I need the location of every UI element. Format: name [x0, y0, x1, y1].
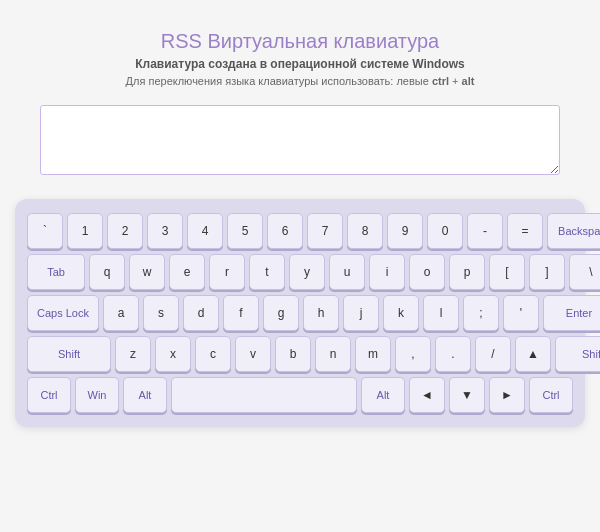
key-equals[interactable]: = — [507, 213, 543, 249]
key-6[interactable]: 6 — [267, 213, 303, 249]
key-m[interactable]: m — [355, 336, 391, 372]
keyboard-row-1: ` 1 2 3 4 5 6 7 8 9 0 - = Backspace — [27, 213, 573, 249]
key-space[interactable] — [171, 377, 357, 413]
key-shift-left[interactable]: Shift — [27, 336, 111, 372]
key-backslash[interactable]: \ — [569, 254, 600, 290]
keyboard-row-4: Shift z x c v b n m , . / ▲ Shift — [27, 336, 573, 372]
key-shift-right[interactable]: Shift — [555, 336, 600, 372]
page-title: RSS Виртуальная клавиатура — [126, 30, 475, 53]
page-subtitle: Клавиатура создана в операционной систем… — [126, 57, 475, 71]
key-down-arrow[interactable]: ▼ — [449, 377, 485, 413]
key-backtick[interactable]: ` — [27, 213, 63, 249]
key-alt-left[interactable]: Alt — [123, 377, 167, 413]
key-p[interactable]: p — [449, 254, 485, 290]
key-d[interactable]: d — [183, 295, 219, 331]
key-3[interactable]: 3 — [147, 213, 183, 249]
key-n[interactable]: n — [315, 336, 351, 372]
keyboard-row-5: Ctrl Win Alt Alt ◄ ▼ ► Ctrl — [27, 377, 573, 413]
key-f[interactable]: f — [223, 295, 259, 331]
key-win[interactable]: Win — [75, 377, 119, 413]
key-lbracket[interactable]: [ — [489, 254, 525, 290]
key-period[interactable]: . — [435, 336, 471, 372]
virtual-keyboard: ` 1 2 3 4 5 6 7 8 9 0 - = Backspace Tab … — [15, 199, 585, 427]
key-b[interactable]: b — [275, 336, 311, 372]
key-quote[interactable]: ' — [503, 295, 539, 331]
key-up-arrow[interactable]: ▲ — [515, 336, 551, 372]
key-a[interactable]: a — [103, 295, 139, 331]
key-ctrl-right[interactable]: Ctrl — [529, 377, 573, 413]
key-capslock[interactable]: Caps Lock — [27, 295, 99, 331]
key-minus[interactable]: - — [467, 213, 503, 249]
key-z[interactable]: z — [115, 336, 151, 372]
key-e[interactable]: e — [169, 254, 205, 290]
key-0[interactable]: 0 — [427, 213, 463, 249]
text-input[interactable] — [40, 105, 560, 175]
key-w[interactable]: w — [129, 254, 165, 290]
key-right-arrow[interactable]: ► — [489, 377, 525, 413]
key-j[interactable]: j — [343, 295, 379, 331]
keyboard-row-2: Tab q w e r t y u i o p [ ] \ Del — [27, 254, 573, 290]
key-9[interactable]: 9 — [387, 213, 423, 249]
key-left-arrow[interactable]: ◄ — [409, 377, 445, 413]
key-v[interactable]: v — [235, 336, 271, 372]
key-g[interactable]: g — [263, 295, 299, 331]
key-s[interactable]: s — [143, 295, 179, 331]
key-enter[interactable]: Enter — [543, 295, 600, 331]
key-k[interactable]: k — [383, 295, 419, 331]
key-x[interactable]: x — [155, 336, 191, 372]
key-8[interactable]: 8 — [347, 213, 383, 249]
key-2[interactable]: 2 — [107, 213, 143, 249]
key-y[interactable]: y — [289, 254, 325, 290]
key-semicolon[interactable]: ; — [463, 295, 499, 331]
key-o[interactable]: o — [409, 254, 445, 290]
header: RSS Виртуальная клавиатура Клавиатура со… — [126, 30, 475, 87]
key-4[interactable]: 4 — [187, 213, 223, 249]
key-rbracket[interactable]: ] — [529, 254, 565, 290]
key-h[interactable]: h — [303, 295, 339, 331]
key-i[interactable]: i — [369, 254, 405, 290]
key-slash[interactable]: / — [475, 336, 511, 372]
key-c[interactable]: c — [195, 336, 231, 372]
key-t[interactable]: t — [249, 254, 285, 290]
key-1[interactable]: 1 — [67, 213, 103, 249]
key-backspace[interactable]: Backspace — [547, 213, 600, 249]
key-l[interactable]: l — [423, 295, 459, 331]
key-u[interactable]: u — [329, 254, 365, 290]
key-alt-right[interactable]: Alt — [361, 377, 405, 413]
key-q[interactable]: q — [89, 254, 125, 290]
hint-text: Для переключения языка клавиатуры исполь… — [126, 75, 475, 87]
keyboard-row-3: Caps Lock a s d f g h j k l ; ' Enter — [27, 295, 573, 331]
key-ctrl-left[interactable]: Ctrl — [27, 377, 71, 413]
key-7[interactable]: 7 — [307, 213, 343, 249]
textarea-container — [40, 105, 560, 179]
key-comma[interactable]: , — [395, 336, 431, 372]
key-tab[interactable]: Tab — [27, 254, 85, 290]
key-5[interactable]: 5 — [227, 213, 263, 249]
key-r[interactable]: r — [209, 254, 245, 290]
